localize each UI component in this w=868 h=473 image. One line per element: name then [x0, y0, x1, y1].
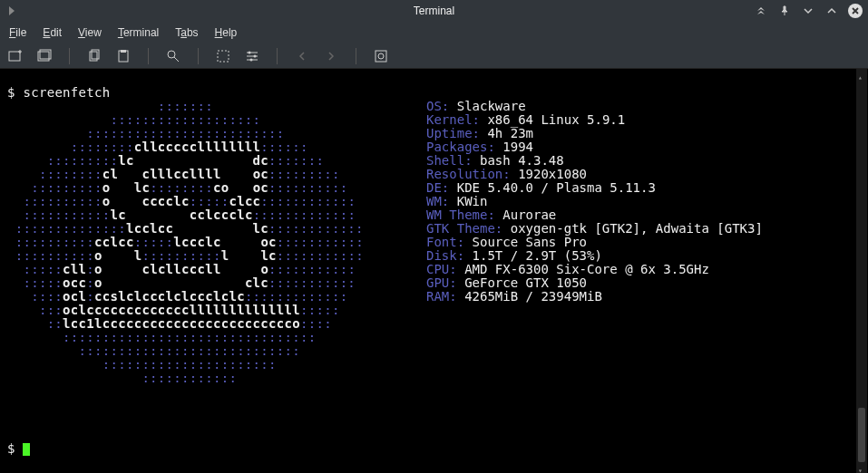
svg-point-7 — [168, 51, 175, 58]
sysinfo-key: GTK Theme: — [426, 221, 502, 236]
sysinfo-val: 4265MiB / 23949MiB — [457, 289, 602, 304]
search-icon[interactable] — [165, 48, 181, 64]
fullscreen-icon[interactable] — [373, 48, 389, 64]
sysinfo-row: OS: Slackware — [426, 100, 763, 113]
scrollbar-down-icon[interactable]: ▾ — [858, 464, 865, 471]
sysinfo-row: Uptime: 4h 23m — [426, 127, 763, 140]
sysinfo-key: RAM: — [426, 289, 457, 304]
prompt-ps1-2: $ — [7, 441, 23, 456]
minimize-icon[interactable] — [801, 4, 815, 18]
prev-tab-icon[interactable] — [294, 48, 310, 64]
svg-rect-0 — [9, 52, 20, 61]
sysinfo-row: Disk: 1.5T / 2.9T (53%) — [426, 249, 763, 263]
next-tab-icon[interactable] — [323, 48, 339, 64]
paste-icon[interactable] — [115, 48, 132, 64]
toolbar-separator-4 — [277, 48, 278, 64]
sysinfo-row: Kernel: x86_64 Linux 5.9.1 — [426, 113, 763, 127]
sysinfo-row: CPU: AMD FX-6300 Six-Core @ 6x 3.5GHz — [426, 263, 763, 276]
terminal-scrollbar[interactable]: ▴ ▾ — [856, 69, 867, 473]
sysinfo-key: Shell: — [426, 153, 473, 168]
sysinfo-row: Shell: bash 4.3.48 — [426, 154, 763, 168]
sysinfo-val: 4h 23m — [480, 126, 533, 140]
menu-file-label: ile — [15, 26, 26, 39]
sysinfo-key: WM Theme: — [426, 208, 495, 222]
terminal-cursor — [23, 443, 30, 456]
close-icon[interactable] — [848, 4, 863, 18]
prompt-ps1: $ — [7, 85, 23, 100]
maximize-icon[interactable] — [824, 4, 839, 18]
zoom-fit-icon[interactable] — [215, 48, 231, 64]
menu-file[interactable]: File — [9, 26, 26, 39]
sysinfo-row: WM: KWin — [426, 195, 763, 208]
menu-view[interactable]: View — [78, 26, 102, 39]
sysinfo-row: GPU: GeForce GTX 1050 — [426, 276, 763, 290]
copy-icon[interactable] — [86, 48, 102, 64]
sysinfo-row: Resolution: 1920x1080 — [426, 168, 763, 181]
shade-up-icon[interactable] — [754, 4, 768, 18]
sysinfo-key: Kernel: — [426, 112, 480, 127]
sysinfo-key: Disk: — [426, 248, 464, 263]
menu-tabs[interactable]: Tabs — [175, 26, 198, 39]
svg-rect-12 — [375, 51, 386, 62]
sysinfo-val: bash 4.3.48 — [473, 153, 564, 168]
sysinfo-row: DE: KDE 5.40.0 / Plasma 5.11.3 — [426, 181, 763, 195]
sysinfo-key: Packages: — [426, 140, 495, 154]
pin-icon[interactable] — [777, 4, 792, 18]
toolbar-separator-5 — [356, 48, 356, 64]
sysinfo-val: 1994 — [495, 140, 533, 154]
sysinfo-key: CPU: — [426, 262, 457, 276]
svg-point-13 — [378, 53, 384, 59]
prompt-command: screenfetch — [23, 85, 110, 100]
svg-point-11 — [250, 58, 253, 61]
window-title: Terminal — [414, 5, 454, 17]
titlebar: Terminal — [0, 0, 868, 22]
sysinfo-row: GTK Theme: oxygen-gtk [GTK2], Adwaita [G… — [426, 222, 763, 236]
menu-terminal-label: erminal — [123, 26, 159, 39]
sysinfo-val: Aurorae — [495, 208, 556, 222]
sysinfo-val: Slackware — [449, 99, 525, 113]
sysinfo-key: Uptime: — [426, 126, 480, 140]
sysinfo-key: DE: — [426, 180, 449, 195]
sysinfo-val: Source Sans Pro — [464, 235, 587, 249]
sysinfo-key: GPU: — [426, 275, 457, 290]
settings-icon[interactable] — [244, 48, 260, 64]
sysinfo-row: Font: Source Sans Pro — [426, 236, 763, 249]
new-window-icon[interactable] — [36, 48, 53, 64]
terminal-viewport[interactable]: $ screenfetch ::::::: ::::::::::::::::::… — [0, 69, 868, 473]
toolbar-separator-2 — [148, 48, 149, 64]
toolbar-separator — [69, 48, 70, 64]
prompt-line-1: $ screenfetch — [7, 85, 111, 100]
sysinfo-val: KDE 5.40.0 / Plasma 5.11.3 — [449, 180, 656, 195]
sysinfo-val: 1920x1080 — [511, 167, 587, 181]
menu-terminal[interactable]: Terminal — [118, 26, 159, 39]
new-tab-icon[interactable] — [7, 48, 24, 64]
titlebar-app-icon — [9, 6, 15, 15]
menu-edit[interactable]: Edit — [43, 26, 62, 39]
svg-rect-8 — [218, 51, 229, 62]
sysinfo-val: oxygen-gtk [GTK2], Adwaita [GTK3] — [502, 221, 763, 236]
svg-point-9 — [249, 51, 251, 53]
system-info-block: OS: SlackwareKernel: x86_64 Linux 5.9.1U… — [426, 100, 763, 304]
toolbar — [0, 43, 868, 69]
sysinfo-key: Resolution: — [426, 167, 511, 181]
toolbar-separator-3 — [198, 48, 199, 64]
sysinfo-row: RAM: 4265MiB / 23949MiB — [426, 290, 763, 304]
sysinfo-key: Font: — [426, 235, 464, 249]
scrollbar-thumb[interactable] — [858, 408, 865, 462]
sysinfo-row: Packages: 1994 — [426, 140, 763, 154]
sysinfo-val: AMD FX-6300 Six-Core @ 6x 3.5GHz — [457, 262, 709, 276]
sysinfo-row: WM Theme: Aurorae — [426, 208, 763, 222]
menu-edit-label: dit — [50, 26, 62, 39]
sysinfo-key: OS: — [426, 99, 449, 113]
svg-point-10 — [254, 54, 257, 57]
scrollbar-up-icon[interactable]: ▴ — [858, 71, 865, 78]
menubar: File Edit View Terminal Tabs Help — [0, 22, 868, 43]
sysinfo-val: 1.5T / 2.9T (53%) — [464, 248, 602, 263]
svg-rect-6 — [121, 50, 126, 53]
sysinfo-val: x86_64 Linux 5.9.1 — [480, 112, 625, 127]
menu-help[interactable]: Help — [215, 26, 238, 39]
menu-view-label: iew — [85, 26, 102, 39]
sysinfo-key: WM: — [426, 194, 449, 208]
menu-help-label: elp — [222, 26, 237, 39]
sysinfo-val: GeForce GTX 1050 — [457, 275, 587, 290]
